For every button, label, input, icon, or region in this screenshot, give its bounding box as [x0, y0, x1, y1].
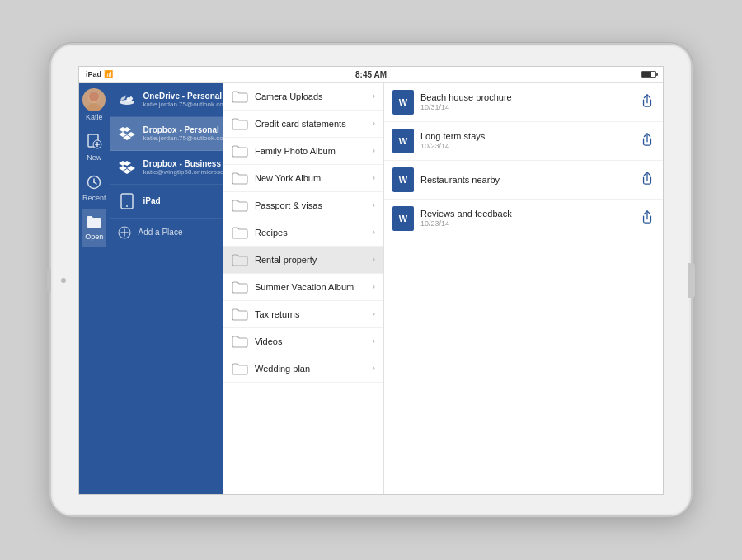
nav-label-recent: Recent	[82, 194, 106, 202]
folder-name: Recipes	[255, 228, 366, 238]
account-email-dropbox-personal: katie.jordan.75@outlook.com	[143, 134, 223, 142]
folder-icon	[232, 144, 248, 158]
share-icon[interactable]	[640, 131, 655, 150]
account-email-dropbox-business: katie@wingtip58.onmicrosoft.com	[143, 168, 223, 176]
file-panel: Beach house brochure 10/31/14 Long term …	[384, 83, 663, 494]
nav-label-new: New	[87, 153, 101, 162]
chevron-right-icon: ›	[373, 173, 375, 182]
onedrive-icon	[117, 90, 137, 110]
account-name-onedrive: OneDrive - Personal	[143, 92, 223, 101]
folder-icon	[232, 362, 248, 375]
clock-icon	[87, 175, 101, 192]
folder-name: Credit card statements	[255, 119, 366, 129]
new-icon	[86, 133, 102, 152]
folder-icon	[232, 172, 248, 185]
folder-name: Wedding plan	[255, 364, 366, 374]
folder-name: Tax returns	[255, 309, 366, 319]
file-info: Beach house brochure 10/31/14	[420, 92, 633, 111]
account-dropbox-business[interactable]: Dropbox - Business katie@wingtip58.onmic…	[110, 151, 223, 185]
folder-name: Videos	[255, 336, 366, 346]
sidebar-inner: Katie	[79, 83, 223, 494]
file-date: 10/23/14	[420, 142, 633, 150]
folder-name: Camera Uploads	[255, 92, 366, 101]
ipad-screen: iPad 📶 8:45 AM	[78, 66, 664, 495]
status-bar: iPad 📶 8:45 AM	[79, 67, 663, 83]
folder-icon	[232, 308, 248, 321]
folder-name: Family Photo Album	[255, 146, 366, 156]
nav-label-user: Katie	[86, 113, 103, 121]
svg-point-10	[120, 100, 134, 105]
account-dropbox-personal[interactable]: Dropbox - Personal katie.jordan.75@outlo…	[110, 117, 223, 151]
file-name: Beach house brochure	[420, 92, 633, 102]
word-doc-icon	[392, 206, 414, 231]
dropbox-personal-icon	[117, 124, 137, 144]
ipad-label: iPad	[86, 70, 101, 78]
power-button[interactable]	[688, 263, 695, 298]
folder-icon	[232, 226, 248, 239]
file-item-restaurants[interactable]: Restaurants nearby	[384, 161, 663, 200]
folder-item-summer-vacation[interactable]: Summer Vacation Album ›	[223, 274, 383, 301]
folder-icon	[232, 199, 248, 212]
sidebar-item-user[interactable]: Katie	[79, 83, 110, 126]
folder-item-credit-card[interactable]: Credit card statements ›	[223, 111, 383, 138]
chevron-right-icon: ›	[373, 146, 375, 155]
folder-name: New York Album	[255, 173, 366, 183]
main-content: Katie	[79, 83, 663, 494]
account-name-dropbox-personal: Dropbox - Personal	[143, 125, 223, 134]
sidebar-item-open[interactable]: Open	[82, 209, 106, 247]
file-item-long-term[interactable]: Long term stays 10/23/14	[384, 122, 663, 161]
file-date: 10/31/14	[420, 103, 633, 111]
account-info-onedrive: OneDrive - Personal katie.jordan.75@outl…	[143, 92, 223, 108]
sidebar-item-new[interactable]: New	[82, 126, 106, 168]
share-icon[interactable]	[640, 92, 655, 111]
file-info: Restaurants nearby	[420, 175, 633, 185]
status-bar-left: iPad 📶	[86, 70, 113, 78]
folder-panel: Camera Uploads › Credit card statements …	[223, 83, 384, 494]
add-place-button[interactable]: Add a Place	[110, 219, 223, 247]
account-info-dropbox-personal: Dropbox - Personal katie.jordan.75@outlo…	[143, 125, 223, 142]
status-bar-right	[641, 71, 656, 78]
chevron-right-icon: ›	[373, 282, 375, 291]
side-dot	[61, 278, 66, 283]
folder-item-wedding-plan[interactable]: Wedding plan ›	[223, 355, 383, 383]
svg-line-9	[94, 182, 96, 184]
share-icon[interactable]	[640, 170, 655, 189]
chevron-right-icon: ›	[373, 364, 375, 373]
avatar	[82, 88, 106, 111]
chevron-right-icon: ›	[373, 119, 375, 128]
folder-item-passport[interactable]: Passport & visas ›	[223, 192, 383, 219]
account-name-dropbox-business: Dropbox - Business	[143, 159, 223, 168]
folder-icon	[232, 335, 248, 348]
folder-item-camera-uploads[interactable]: Camera Uploads ›	[223, 83, 383, 111]
folder-item-rental[interactable]: Rental property ›	[223, 247, 383, 274]
file-item-beach-house[interactable]: Beach house brochure 10/31/14	[384, 83, 663, 122]
volume-button[interactable]	[47, 269, 51, 292]
file-item-reviews[interactable]: Reviews and feedback 10/23/14	[384, 200, 663, 238]
svg-point-2	[89, 92, 99, 101]
add-place-label: Add a Place	[139, 228, 183, 237]
share-icon[interactable]	[640, 209, 655, 228]
chevron-right-icon: ›	[373, 336, 375, 346]
folder-item-tax-returns[interactable]: Tax returns ›	[223, 301, 383, 328]
sidebar: Katie	[79, 83, 223, 494]
account-ipad[interactable]: iPad	[110, 185, 223, 219]
nav-label-open: Open	[85, 233, 103, 241]
folder-icon	[232, 253, 248, 266]
sidebar-item-recent[interactable]: Recent	[79, 168, 110, 209]
folder-item-videos[interactable]: Videos ›	[223, 328, 383, 355]
word-doc-icon	[392, 167, 414, 192]
folder-item-recipes[interactable]: Recipes ›	[223, 219, 383, 247]
folder-item-family-photo[interactable]: Family Photo Album ›	[223, 138, 383, 165]
word-doc-icon	[392, 90, 414, 115]
ipad-device-icon	[117, 191, 137, 211]
account-email-onedrive: katie.jordan.75@outlook.com	[143, 101, 223, 108]
accounts-col: OneDrive - Personal katie.jordan.75@outl…	[110, 83, 223, 494]
file-name: Reviews and feedback	[420, 209, 633, 219]
account-info-dropbox-business: Dropbox - Business katie@wingtip58.onmic…	[143, 159, 223, 176]
account-onedrive-personal[interactable]: OneDrive - Personal katie.jordan.75@outl…	[110, 83, 223, 117]
folder-item-new-york[interactable]: New York Album ›	[223, 165, 383, 192]
dropbox-business-icon	[117, 158, 137, 177]
wifi-icon: 📶	[104, 70, 113, 78]
folder-open-icon	[86, 215, 102, 231]
folder-name: Passport & visas	[255, 200, 366, 210]
